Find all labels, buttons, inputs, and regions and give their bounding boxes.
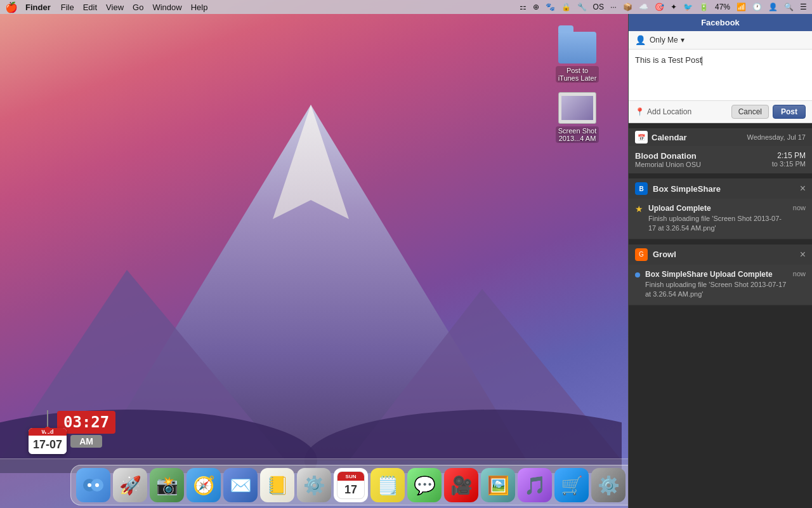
menu-window[interactable]: Window	[152, 3, 181, 12]
box-simpleshare-header: B Box SimpleShare ×	[629, 178, 812, 199]
calendar-event-details: Blood Donation Memorial Union OSU	[635, 151, 701, 168]
location-pin-icon: 📍	[635, 107, 645, 116]
menubar-list-icon: ☰	[800, 3, 807, 11]
dock-item-image-capture[interactable]: 📸	[150, 468, 184, 502]
dock-item-safari[interactable]: 🧭	[187, 468, 221, 502]
menubar-dots-icon: ···	[610, 3, 617, 11]
menubar-battery-icon: 🔋	[699, 3, 709, 11]
calendar-event-item: Blood Donation Memorial Union OSU 2:15 P…	[629, 146, 812, 173]
facebook-post-content: This is a Test Post	[635, 55, 702, 65]
menu-file[interactable]: File	[61, 3, 74, 12]
growl-item-body: Finish uploading file 'Screen Shot 2013-…	[645, 280, 788, 300]
dock-item-mail[interactable]: ✉️	[223, 468, 258, 502]
svg-point-8	[88, 483, 91, 487]
calendar-notification-title: Calendar	[652, 133, 687, 142]
calendar-widget: Wed 17-07	[29, 410, 67, 454]
menubar-paw-icon: 🐾	[546, 3, 555, 11]
app-name-label: Finder	[25, 3, 51, 12]
menubar-grid-icon: ⚏	[520, 3, 527, 11]
dock-item-system-prefs[interactable]: ⚙️	[591, 468, 625, 502]
facebook-widget: Facebook 👤 Only Me ▾ This is a Test Post…	[629, 14, 812, 123]
calendar-event-location: Memorial Union OSU	[635, 161, 701, 168]
facebook-privacy-row: 👤 Only Me ▾	[629, 31, 812, 50]
facebook-privacy-chevron: ▾	[681, 36, 684, 44]
desktop-icon-screenshot-label: Screen Shot2013...4 AM	[556, 126, 599, 143]
facebook-post-button[interactable]: Post	[773, 105, 806, 119]
dock-item-calendar[interactable]: SUN 17	[334, 468, 368, 502]
calendar-date-label: 17-07	[29, 436, 67, 454]
calendar-notification-date: Wednesday, Jul 17	[747, 133, 806, 141]
facebook-add-location-label: Add Location	[647, 107, 691, 116]
facebook-actions-row: 📍 Add Location Cancel Post	[629, 100, 812, 123]
calendar-notification-left: 📅 Calendar	[635, 131, 687, 144]
menubar-lock-icon: 🔒	[561, 3, 571, 11]
dock-item-syspref[interactable]: ⚙️	[297, 468, 331, 502]
box-simpleshare-section: B Box SimpleShare × ★ Upload Complete Fi…	[629, 178, 812, 239]
growl-dot-icon	[635, 272, 640, 277]
menubar-target-icon: 🎯	[655, 3, 664, 11]
calendar-event-times: 2:15 PM to 3:15 PM	[772, 151, 806, 168]
facebook-privacy-icon: 👤	[635, 35, 646, 45]
facebook-privacy-label: Only Me	[650, 36, 678, 44]
box-simpleshare-star-icon: ★	[635, 204, 643, 214]
facebook-text-area[interactable]: This is a Test Post	[629, 50, 812, 100]
growl-item: Box SimpleShare Upload Complete Finish u…	[629, 265, 812, 305]
dock-item-stickies[interactable]: 🗒️	[370, 468, 405, 502]
box-simpleshare-item: ★ Upload Complete Finish uploading file …	[629, 199, 812, 239]
dock-item-address-book[interactable]: 📒	[260, 468, 294, 502]
menu-edit[interactable]: Edit	[83, 3, 97, 12]
facebook-add-location[interactable]: 📍 Add Location	[635, 107, 728, 116]
box-simpleshare-content: Upload Complete Finish uploading file 'S…	[648, 204, 788, 234]
dock-item-photobooth[interactable]: 🎥	[444, 468, 478, 502]
menu-view[interactable]: View	[106, 3, 124, 12]
menubar-camera-icon: ⊕	[533, 3, 539, 11]
box-simpleshare-close-button[interactable]: ×	[800, 183, 806, 194]
dock-item-iphoto[interactable]: 🖼️	[481, 468, 515, 502]
desktop-icon-screenshot[interactable]: Screen Shot2013...4 AM	[552, 92, 603, 143]
menubar: 🍎 Finder File Edit View Go Window Help ⚏…	[0, 0, 812, 14]
menubar-os-label: OS	[593, 3, 604, 11]
growl-close-button[interactable]: ×	[800, 249, 806, 260]
menu-help[interactable]: Help	[191, 3, 208, 12]
desktop: 🍎 Finder File Edit View Go Window Help ⚏…	[0, 0, 812, 508]
dock-item-appstore[interactable]: 🛒	[554, 468, 589, 502]
box-simpleshare-icon: B	[635, 182, 648, 195]
menubar-user-icon: 👤	[768, 3, 778, 11]
calendar-notification-header: 📅 Calendar Wednesday, Jul 17	[629, 128, 812, 146]
menubar-twitter-icon: 🐦	[683, 3, 693, 11]
menubar-clock-icon: 🕐	[752, 3, 762, 11]
facebook-cursor	[702, 57, 702, 65]
growl-section: G Growl × Box SimpleShare Upload Complet…	[629, 244, 812, 305]
menubar-right: ⚏ ⊕ 🐾 🔒 🔧 OS ··· 📦 ☁️ 🎯 ✦ 🐦 🔋 47% 📶 🕐 👤 …	[520, 3, 807, 11]
facebook-cancel-button[interactable]: Cancel	[731, 105, 769, 119]
menu-go[interactable]: Go	[133, 3, 143, 12]
calendar-event-time-end: to 3:15 PM	[772, 160, 806, 168]
desktop-icon-itunes-label: Post toiTunes Later	[556, 66, 599, 83]
calendar-notification-section: 📅 Calendar Wednesday, Jul 17 Blood Donat…	[629, 128, 812, 173]
facebook-header: Facebook	[629, 14, 812, 31]
menubar-search-icon[interactable]: 🔍	[784, 3, 794, 11]
calendar-mini-icon: 📅	[635, 131, 648, 144]
svg-point-9	[95, 483, 99, 487]
menubar-battery-pct: 47%	[715, 3, 730, 11]
calendar-event-title: Blood Donation	[635, 151, 701, 161]
apple-menu-icon[interactable]: 🍎	[5, 1, 18, 13]
dock-item-itunes[interactable]: 🎵	[518, 468, 552, 502]
facebook-post-text: This is a Test Post	[635, 55, 806, 66]
dock-item-messages[interactable]: 💬	[407, 468, 442, 502]
menubar-wifi-icon: 📶	[737, 3, 746, 11]
growl-header: G Growl ×	[629, 244, 812, 265]
facebook-privacy-selector[interactable]: Only Me ▾	[650, 36, 684, 44]
menubar-box-icon: 📦	[623, 3, 632, 11]
dock-item-launchpad[interactable]: 🚀	[113, 468, 147, 502]
menubar-star-icon: ✦	[671, 3, 677, 11]
growl-content: Box SimpleShare Upload Complete Finish u…	[645, 270, 788, 300]
menubar-cloud-icon: ☁️	[639, 3, 648, 11]
box-simpleshare-title: Box SimpleShare	[653, 184, 800, 194]
dock-item-finder[interactable]	[76, 468, 110, 502]
menubar-tools-icon: 🔧	[577, 3, 587, 11]
growl-icon: G	[635, 248, 648, 261]
desktop-icon-itunes[interactable]: Post toiTunes Later	[552, 32, 603, 83]
growl-title: Growl	[653, 250, 800, 259]
box-simpleshare-item-body: Finish uploading file 'Screen Shot 2013-…	[648, 214, 788, 234]
